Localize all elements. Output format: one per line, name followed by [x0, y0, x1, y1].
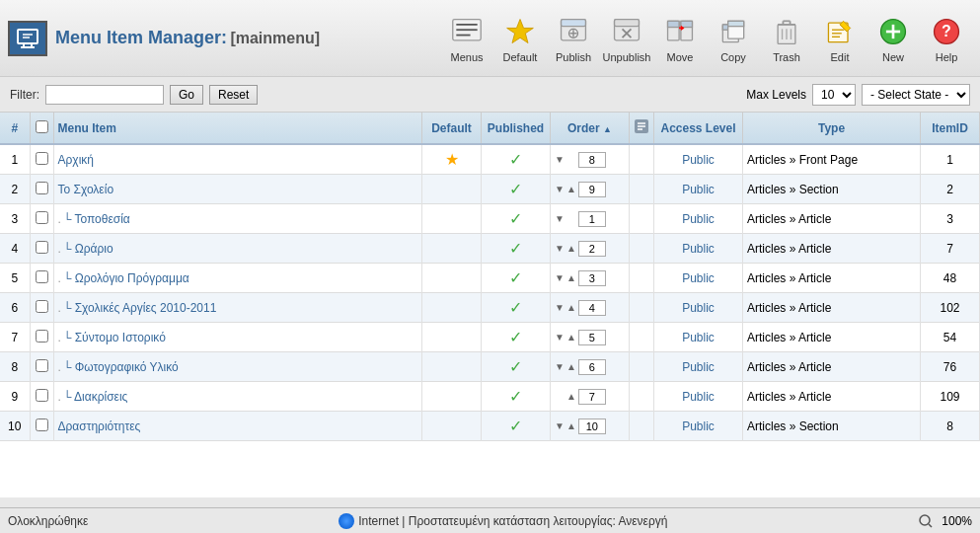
- order-down-arrow[interactable]: ▼: [555, 361, 565, 372]
- col-checkbox: [30, 113, 53, 144]
- menu-item-link[interactable]: └ Φωτογραφικό Υλικό: [63, 360, 179, 374]
- menu-item-link[interactable]: └ Τοποθεσία: [63, 212, 130, 226]
- select-state-select[interactable]: - Select State - Published Unpublished: [862, 84, 970, 106]
- order-down-arrow[interactable]: ▼: [555, 243, 565, 254]
- published-checkmark: ✓: [509, 210, 522, 227]
- zoom-icon: [918, 513, 934, 529]
- move-button[interactable]: Move: [654, 10, 706, 67]
- menu-item-link[interactable]: └ Διακρίσεις: [63, 390, 128, 404]
- trash-button[interactable]: Trash: [761, 10, 812, 67]
- col-order[interactable]: Order ▲: [551, 113, 630, 144]
- help-button[interactable]: ? Help: [921, 10, 972, 67]
- row-select-checkbox[interactable]: [36, 211, 48, 224]
- filter-input[interactable]: [45, 85, 164, 105]
- order-up-arrow[interactable]: ▲: [566, 361, 576, 372]
- copy-button[interactable]: Copy: [708, 10, 759, 67]
- row-menu-item-name: .└ Τοποθεσία: [53, 204, 422, 234]
- order-up-arrow[interactable]: ▲: [566, 272, 576, 283]
- page-title: Menu Item Manager: [mainmenu]: [55, 28, 320, 48]
- row-select-checkbox[interactable]: [36, 359, 48, 372]
- menu-item-link[interactable]: Αρχική: [58, 153, 94, 167]
- order-input[interactable]: [578, 330, 606, 345]
- copy-icon: [716, 14, 751, 49]
- app-logo: Menu Item Manager: [mainmenu]: [8, 21, 320, 56]
- row-default: [422, 234, 482, 264]
- select-all-checkbox[interactable]: [36, 120, 48, 133]
- order-down-arrow[interactable]: ▼: [555, 184, 565, 194]
- row-itemid: 109: [921, 382, 980, 412]
- order-down-arrow[interactable]: ▼: [555, 302, 565, 313]
- row-select-checkbox[interactable]: [36, 419, 48, 431]
- order-input[interactable]: [578, 211, 606, 227]
- order-input[interactable]: [578, 152, 606, 168]
- order-up-arrow[interactable]: ▲: [566, 243, 576, 254]
- row-type: Articles » Article: [743, 352, 921, 382]
- table-row: 9 .└ Διακρίσεις ✓ ▲ Public Articles » Ar…: [0, 382, 980, 412]
- row-published: ✓: [482, 144, 551, 175]
- order-down-arrow[interactable]: ▼: [555, 272, 565, 283]
- order-input[interactable]: [578, 389, 606, 405]
- filter-reset-button[interactable]: Reset: [209, 85, 258, 105]
- order-input[interactable]: [578, 300, 606, 316]
- order-down-arrow[interactable]: ▼: [555, 420, 565, 431]
- row-published: ✓: [482, 412, 551, 441]
- order-up-arrow[interactable]: ▲: [566, 332, 576, 343]
- row-select-checkbox[interactable]: [36, 182, 48, 194]
- row-itemid: 54: [921, 323, 980, 352]
- publish-button[interactable]: Publish: [548, 10, 599, 67]
- row-type: Articles » Article: [743, 323, 921, 352]
- col-menu-item[interactable]: Menu Item: [53, 113, 422, 144]
- row-order-icon-cell: [630, 234, 654, 264]
- row-select-checkbox[interactable]: [36, 330, 48, 343]
- menu-item-link[interactable]: Το Σχολείο: [58, 183, 114, 196]
- edit-button[interactable]: Edit: [814, 10, 866, 67]
- table-row: 10 Δραστηριότητες ✓ ▼ ▲ Public Articles …: [0, 412, 980, 441]
- row-access-level: Public: [654, 234, 743, 264]
- unpublish-button[interactable]: Unpublish: [601, 10, 652, 67]
- order-input[interactable]: [578, 182, 606, 197]
- order-input[interactable]: [578, 270, 606, 286]
- col-type: Type: [743, 113, 921, 144]
- ie-icon: [339, 513, 354, 529]
- row-select-checkbox[interactable]: [36, 152, 48, 165]
- order-up-arrow[interactable]: ▲: [566, 302, 576, 313]
- row-select-checkbox[interactable]: [36, 270, 48, 283]
- row-published: ✓: [482, 382, 551, 412]
- filter-go-button[interactable]: Go: [170, 85, 203, 105]
- order-up-arrow[interactable]: ▲: [566, 184, 576, 194]
- row-type: Articles » Article: [743, 234, 921, 264]
- row-access-level: Public: [654, 382, 743, 412]
- menu-item-link[interactable]: └ Ωρολόγιο Πρόγραμμα: [63, 271, 189, 285]
- table-row: 2 Το Σχολείο ✓ ▼ ▲ Public Articles » Sec…: [0, 175, 980, 204]
- col-default: Default: [422, 113, 482, 144]
- menu-item-link[interactable]: └ Σχολικές Αργίες 2010-2011: [63, 301, 217, 315]
- row-select-checkbox[interactable]: [36, 241, 48, 254]
- menu-item-link[interactable]: └ Ωράριο: [63, 242, 113, 256]
- order-up-arrow[interactable]: ▲: [566, 420, 576, 431]
- default-label: Default: [503, 51, 538, 63]
- order-down-arrow[interactable]: ▼: [555, 154, 565, 165]
- svg-line-54: [929, 524, 932, 527]
- order-input[interactable]: [578, 241, 606, 257]
- filter-bar: Filter: Go Reset Max Levels 10 5 All - S…: [0, 77, 980, 113]
- row-select-checkbox[interactable]: [36, 389, 48, 402]
- order-up-arrow[interactable]: ▲: [566, 391, 576, 402]
- menu-item-link[interactable]: └ Σύντομο Ιστορικό: [63, 331, 166, 344]
- row-order-arrows: ▼ ▲: [551, 175, 630, 204]
- row-menu-item-name: .└ Ωράριο: [53, 234, 422, 264]
- row-itemid: 7: [921, 234, 980, 264]
- published-checkmark: ✓: [509, 299, 522, 316]
- default-button[interactable]: Default: [494, 10, 546, 67]
- status-right: 100%: [918, 513, 972, 529]
- menus-button[interactable]: Menus: [441, 10, 492, 67]
- row-access-level: Public: [654, 352, 743, 382]
- order-input[interactable]: [578, 419, 606, 434]
- row-select-checkbox[interactable]: [36, 300, 48, 313]
- order-down-arrow[interactable]: ▼: [555, 213, 565, 224]
- star-icon: [502, 14, 538, 49]
- order-input[interactable]: [578, 359, 606, 375]
- menu-item-link[interactable]: Δραστηριότητες: [58, 419, 141, 433]
- new-button[interactable]: New: [867, 10, 919, 67]
- max-levels-select[interactable]: 10 5 All: [812, 84, 856, 106]
- order-down-arrow[interactable]: ▼: [555, 332, 565, 343]
